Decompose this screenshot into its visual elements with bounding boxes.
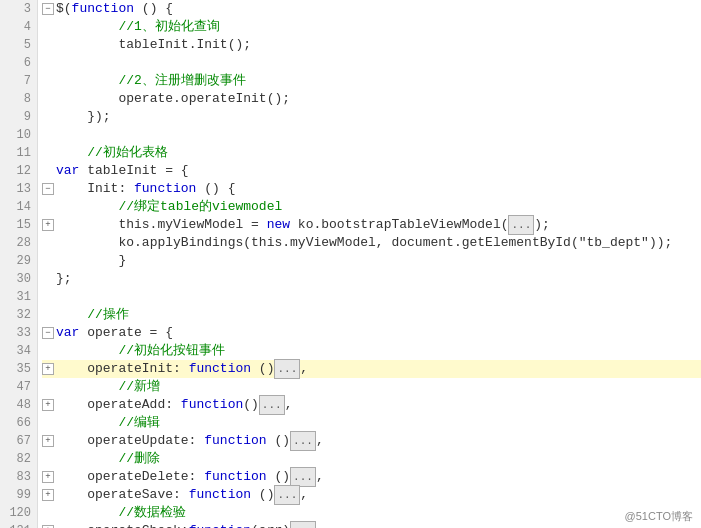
line-number: 3: [0, 0, 37, 18]
token-plain: (): [251, 486, 274, 504]
token-dots: ...: [508, 215, 534, 235]
token-cm: //初始化表格: [87, 144, 168, 162]
line-number: 67: [0, 432, 37, 450]
code-line: operate.operateInit();: [42, 90, 701, 108]
token-kw: function: [134, 180, 196, 198]
fold-expand-icon[interactable]: +: [42, 399, 54, 411]
token-plain: operateCheck:: [56, 522, 189, 528]
fold-expand-icon[interactable]: +: [42, 471, 54, 483]
line-number: 14: [0, 198, 37, 216]
line-number: 66: [0, 414, 37, 432]
code-line: [42, 288, 701, 306]
token-plain: };: [56, 270, 72, 288]
code-line: ko.applyBindings(this.myViewModel, docum…: [42, 234, 701, 252]
code-line: + operateInit: function ()...,: [42, 360, 701, 378]
code-line: [42, 54, 701, 72]
token-plain: (): [243, 396, 259, 414]
fold-collapse-icon[interactable]: −: [42, 183, 54, 195]
fold-expand-icon[interactable]: +: [42, 363, 54, 375]
line-number: 5: [0, 36, 37, 54]
line-numbers: 3456789101112131415282930313233343547486…: [0, 0, 38, 528]
code-line: //数据检验: [42, 504, 701, 522]
indent: [56, 306, 87, 324]
token-plain: tableInit = {: [79, 162, 188, 180]
line-number: 47: [0, 378, 37, 396]
indent: [56, 414, 118, 432]
token-kw: function: [72, 0, 134, 18]
token-kw: new: [267, 216, 290, 234]
indent: [56, 342, 118, 360]
line-number: 33: [0, 324, 37, 342]
token-kw: function: [189, 486, 251, 504]
indent: [56, 90, 118, 108]
token-plain: (): [267, 468, 290, 486]
line-number: 30: [0, 270, 37, 288]
token-plain: operateInit:: [56, 360, 189, 378]
token-plain: ,: [316, 468, 324, 486]
token-plain: this.myViewModel =: [56, 216, 267, 234]
line-number: 6: [0, 54, 37, 72]
line-number: 7: [0, 72, 37, 90]
token-plain: ,: [285, 396, 293, 414]
token-cm: //2、注册增删改事件: [118, 72, 245, 90]
code-line: + operateSave: function ()...,: [42, 486, 701, 504]
token-dots: ...: [274, 485, 300, 505]
watermark: @51CTO博客: [625, 509, 693, 524]
line-number: 8: [0, 90, 37, 108]
token-plain: ,: [300, 360, 308, 378]
token-plain: (): [267, 432, 290, 450]
line-number: 29: [0, 252, 37, 270]
code-line: tableInit.Init();: [42, 36, 701, 54]
token-plain: $(: [56, 0, 72, 18]
indent: [56, 18, 118, 36]
token-plain: ,: [316, 432, 324, 450]
fold-expand-icon[interactable]: +: [42, 219, 54, 231]
line-number: 120: [0, 504, 37, 522]
token-kw: function: [181, 396, 243, 414]
token-plain: operateSave:: [56, 486, 189, 504]
fold-expand-icon[interactable]: +: [42, 435, 54, 447]
line-number: 12: [0, 162, 37, 180]
fold-expand-icon[interactable]: +: [42, 489, 54, 501]
token-cm: //新增: [118, 378, 160, 396]
indent: [56, 72, 118, 90]
indent: [56, 36, 118, 54]
token-plain: ,: [300, 486, 308, 504]
line-number: 15: [0, 216, 37, 234]
line-number: 35: [0, 360, 37, 378]
token-dots: ...: [290, 431, 316, 451]
fold-collapse-icon[interactable]: −: [42, 327, 54, 339]
line-number: 31: [0, 288, 37, 306]
code-line: //操作: [42, 306, 701, 324]
token-cm: //操作: [87, 306, 129, 324]
code-line: //编辑: [42, 414, 701, 432]
code-content: −$(function () { //1、初始化查询 tableInit.Ini…: [38, 0, 701, 528]
code-editor: 3456789101112131415282930313233343547486…: [0, 0, 701, 528]
code-line: //2、注册增删改事件: [42, 72, 701, 90]
code-line: //1、初始化查询: [42, 18, 701, 36]
token-plain: ko.bootstrapTableViewModel(: [290, 216, 508, 234]
line-number: 48: [0, 396, 37, 414]
token-dots: ...: [259, 395, 285, 415]
line-number: 28: [0, 234, 37, 252]
code-line: //新增: [42, 378, 701, 396]
token-plain: (): [251, 360, 274, 378]
indent: [56, 144, 87, 162]
token-dots: ...: [274, 359, 300, 379]
code-line: //绑定table的viewmodel: [42, 198, 701, 216]
indent: [56, 252, 87, 270]
token-dots: ...: [290, 521, 316, 528]
code-line: //删除: [42, 450, 701, 468]
line-number: 121: [0, 522, 37, 528]
token-plain: () {: [134, 0, 173, 18]
token-plain: );: [534, 216, 557, 234]
line-number: 4: [0, 18, 37, 36]
code-line: + operateDelete: function ()...,: [42, 468, 701, 486]
code-line: −$(function () {: [42, 0, 701, 18]
code-line: + operateUpdate: function ()...,: [42, 432, 701, 450]
token-plain: operateDelete:: [56, 468, 204, 486]
token-kw: function: [189, 522, 251, 528]
token-kw: var: [56, 324, 79, 342]
fold-collapse-icon[interactable]: −: [42, 3, 54, 15]
token-cm: //编辑: [118, 414, 160, 432]
